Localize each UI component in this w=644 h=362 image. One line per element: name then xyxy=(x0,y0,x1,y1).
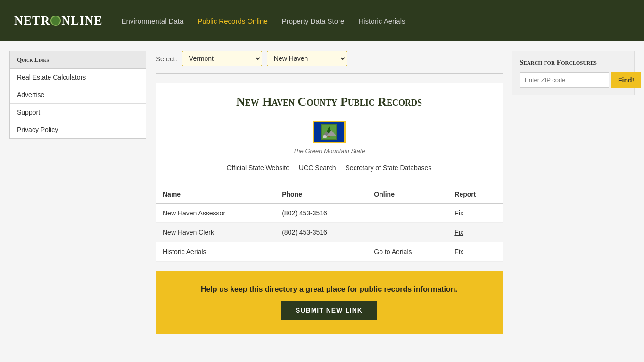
row-phone: (802) 453-3516 xyxy=(275,203,367,223)
sidebar-title: Quick Links xyxy=(10,51,146,69)
row-name: New Haven Assessor xyxy=(156,203,275,223)
nav-item-property-data[interactable]: Property Data Store xyxy=(282,17,345,25)
state-flag xyxy=(313,121,346,143)
select-label: Select: xyxy=(156,55,177,63)
sidebar-item-support[interactable]: Support xyxy=(10,104,146,121)
col-header-online: Online xyxy=(367,186,447,203)
state-links: Official State Website UCC Search Secret… xyxy=(156,157,503,181)
records-table: Name Phone Online Report New Haven Asses… xyxy=(156,186,503,262)
select-bar: Select: Vermont New Haven xyxy=(156,51,503,74)
fix-link[interactable]: Fix xyxy=(454,229,463,236)
foreclosure-title: Search for Forclosures xyxy=(520,58,627,66)
svg-rect-9 xyxy=(313,142,346,143)
col-header-report: Report xyxy=(447,186,503,203)
sidebar-item-advertise[interactable]: Advertise xyxy=(10,86,146,104)
col-header-name: Name xyxy=(156,186,275,203)
sos-databases-link[interactable]: Secretary of State Databases xyxy=(346,164,432,172)
state-flag-area: The Green Mountain State xyxy=(156,116,503,157)
fix-link[interactable]: Fix xyxy=(454,248,463,255)
nav-item-public-records[interactable]: Public Records Online xyxy=(198,17,267,25)
svg-rect-8 xyxy=(313,121,346,122)
row-report: Fix xyxy=(447,242,503,262)
content-box: New Haven County Public Records xyxy=(156,83,503,262)
site-logo: NETRNLINE xyxy=(14,14,103,28)
svg-rect-10 xyxy=(313,121,314,143)
county-select[interactable]: New Haven xyxy=(267,51,347,66)
svg-point-7 xyxy=(323,135,327,138)
ucc-search-link[interactable]: UCC Search xyxy=(299,164,336,172)
row-name: New Haven Clerk xyxy=(156,223,275,242)
right-panel: Search for Forclosures Find! xyxy=(512,51,635,334)
state-nickname: The Green Mountain State xyxy=(156,148,503,155)
county-title: New Haven County Public Records xyxy=(156,83,503,116)
sidebar-item-real-estate[interactable]: Real Estate Calculators xyxy=(10,69,146,86)
sidebar: Quick Links Real Estate Calculators Adve… xyxy=(9,51,146,334)
go-to-aerials-link[interactable]: Go to Aerials xyxy=(374,248,412,255)
official-state-link[interactable]: Official State Website xyxy=(227,164,289,172)
sidebar-box: Quick Links Real Estate Calculators Adve… xyxy=(9,51,146,139)
table-row: New Haven Assessor (802) 453-3516 Fix xyxy=(156,203,503,223)
page-wrapper: Quick Links Real Estate Calculators Adve… xyxy=(0,41,644,343)
row-online: Go to Aerials xyxy=(367,242,447,262)
table-row: Historic Aerials Go to Aerials Fix xyxy=(156,242,503,262)
foreclosure-box: Search for Forclosures Find! xyxy=(512,51,635,95)
sidebar-item-privacy[interactable]: Privacy Policy xyxy=(10,121,146,138)
row-online xyxy=(367,223,447,242)
fix-link[interactable]: Fix xyxy=(454,209,463,217)
row-online xyxy=(367,203,447,223)
row-report: Fix xyxy=(447,223,503,242)
zip-input[interactable] xyxy=(520,72,609,88)
main-nav: Environmental Data Public Records Online… xyxy=(122,17,405,25)
main-content: Select: Vermont New Haven New Haven Coun… xyxy=(156,51,503,334)
row-report: Fix xyxy=(447,203,503,223)
row-phone: (802) 453-3516 xyxy=(275,223,367,242)
yellow-banner: Help us keep this directory a great plac… xyxy=(156,271,503,334)
row-phone xyxy=(275,242,367,262)
site-header: NETRNLINE Environmental Data Public Reco… xyxy=(0,0,644,41)
banner-text: Help us keep this directory a great plac… xyxy=(165,285,493,294)
find-button[interactable]: Find! xyxy=(611,72,641,88)
submit-new-link-button[interactable]: Submit New Link xyxy=(281,301,377,320)
nav-item-historic-aerials[interactable]: Historic Aerials xyxy=(358,17,405,25)
row-name: Historic Aerials xyxy=(156,242,275,262)
state-select[interactable]: Vermont xyxy=(182,51,262,66)
table-row: New Haven Clerk (802) 453-3516 Fix xyxy=(156,223,503,242)
col-header-phone: Phone xyxy=(275,186,367,203)
globe-icon xyxy=(50,16,61,26)
nav-item-environmental[interactable]: Environmental Data xyxy=(122,17,184,25)
svg-rect-11 xyxy=(344,121,346,143)
foreclosure-form: Find! xyxy=(520,72,627,88)
